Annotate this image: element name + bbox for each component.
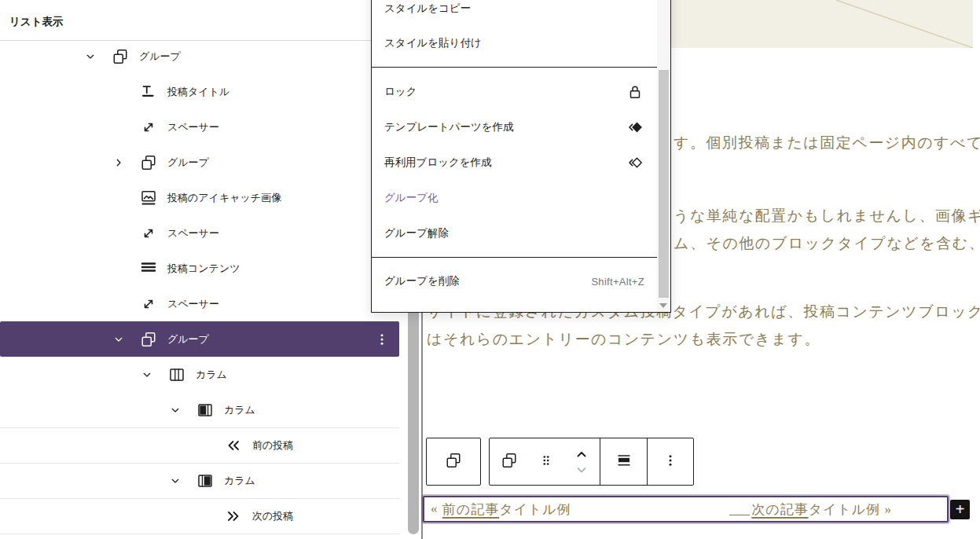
- group-block-button[interactable]: [490, 438, 529, 485]
- lock-icon: [626, 82, 644, 101]
- menu-divider: [372, 67, 657, 68]
- list-row-label: スペーサー: [167, 297, 219, 311]
- group-icon: [139, 330, 161, 349]
- list-view-row[interactable]: カラム: [0, 392, 399, 427]
- chevron-down-icon[interactable]: [81, 49, 100, 64]
- align-icon: [615, 451, 633, 473]
- menu-item[interactable]: ロック: [372, 74, 657, 109]
- block-options-button[interactable]: [647, 438, 693, 485]
- drag-icon: [537, 451, 556, 473]
- chevron-down-icon[interactable]: [138, 367, 156, 383]
- list-view-row[interactable]: グループ: [0, 321, 399, 357]
- menu-shortcut: Shift+Alt+Z: [591, 276, 644, 288]
- menu-item[interactable]: テンプレートパーツを作成: [372, 109, 657, 145]
- spacer-icon: [139, 118, 161, 137]
- menu-item-label: ロック: [384, 85, 417, 99]
- list-row-label: 投稿のアイキャッチ画像: [167, 191, 281, 205]
- canvas-paragraph-line[interactable]: す。個別投稿または固定ページ内のすべて: [674, 133, 980, 153]
- list-view-row[interactable]: グループ: [0, 38, 399, 74]
- menu-item-label: グループ解除: [384, 226, 449, 240]
- block-options-menu: スタイルをコピースタイルを貼り付けロックテンプレートパーツを作成再利用ブロックを…: [371, 0, 671, 313]
- list-view-panel: リスト表示 グループ投稿タイトルスペーサーグループ投稿のアイキャッチ画像スペーサ…: [0, 0, 399, 539]
- menu-item[interactable]: スタイルをコピー: [372, 0, 657, 26]
- add-block-button[interactable]: +: [950, 500, 970, 519]
- list-view-row[interactable]: スペーサー: [0, 109, 399, 145]
- list-row-label: カラム: [196, 368, 227, 382]
- list-view-row[interactable]: 次の投稿: [0, 498, 399, 534]
- post-title-icon: [139, 82, 161, 101]
- list-row-label: グループ: [167, 156, 209, 170]
- list-row-label: グループ: [167, 332, 209, 346]
- menu-item[interactable]: スタイルを貼り付け: [372, 26, 657, 60]
- menu-item-label: グループを削除: [384, 274, 460, 288]
- spacer-icon: [139, 224, 161, 243]
- next-post-icon: [224, 507, 246, 526]
- list-view-title: リスト表示: [9, 15, 63, 29]
- block-toolbar: [489, 438, 694, 486]
- menu-divider: [372, 257, 657, 258]
- group-icon: [444, 451, 463, 473]
- underline-lead: [729, 501, 750, 515]
- list-view-row[interactable]: 前の投稿: [0, 427, 399, 463]
- canvas-paragraph-line[interactable]: うな単純な配置かもしれませんし、画像ギ: [674, 206, 980, 226]
- list-row-label: カラム: [224, 474, 255, 488]
- list-view-row[interactable]: 投稿のアイキャッチ画像: [0, 180, 399, 215]
- previous-post-suffix: タイトル例: [499, 500, 571, 519]
- block-editor: す。個別投稿または固定ページ内のすべて うな単純な配置かもしれませんし、画像ギ …: [0, 0, 980, 539]
- list-row-label: スペーサー: [167, 226, 219, 240]
- row-options-icon[interactable]: [373, 330, 391, 349]
- menu-item[interactable]: グループ解除: [372, 215, 657, 251]
- list-row-divider: [0, 463, 399, 464]
- list-view-row[interactable]: スペーサー: [0, 286, 399, 321]
- template-part-icon: [626, 118, 644, 137]
- move-up-button[interactable]: [572, 446, 591, 462]
- column-right-icon: [196, 471, 218, 490]
- select-parent-group-button[interactable]: [426, 438, 481, 486]
- query-pagination-block[interactable]: « 前の記事タイトル例 次の記事タイトル例 »: [423, 496, 949, 522]
- list-view-row[interactable]: スペーサー: [0, 215, 399, 251]
- list-row-label: 次の投稿: [252, 509, 293, 523]
- prev-arrows-symbol: «: [431, 501, 439, 517]
- next-post-group: 次の記事タイトル例 »: [729, 500, 892, 519]
- group-icon: [139, 153, 161, 172]
- featured-image-icon: [139, 189, 161, 207]
- align-button[interactable]: [600, 438, 647, 485]
- list-view-row[interactable]: グループ: [0, 145, 399, 180]
- menu-item[interactable]: グループを削除Shift+Alt+Z: [372, 264, 657, 299]
- menu-item[interactable]: 再利用ブロックを作成: [372, 145, 657, 180]
- group-icon: [500, 451, 519, 473]
- drag-handle[interactable]: [529, 438, 563, 485]
- spacer-icon: [139, 295, 161, 314]
- list-view-row[interactable]: 投稿コンテンツ: [0, 251, 399, 286]
- chevron-down-icon[interactable]: [166, 473, 185, 489]
- list-view-row[interactable]: カラム: [0, 463, 399, 498]
- chevron-right-icon[interactable]: [109, 155, 128, 170]
- menu-item-label: スタイルを貼り付け: [384, 36, 482, 50]
- post-content-icon: [139, 259, 161, 278]
- canvas-paragraph-line[interactable]: はそれらのエントリーのコンテンツも表示できます。: [427, 329, 820, 350]
- group-icon: [111, 47, 133, 66]
- list-row-label: 投稿コンテンツ: [167, 262, 240, 276]
- prev-post-icon: [224, 436, 246, 455]
- chevron-down-icon[interactable]: [109, 332, 128, 347]
- list-row-label: グループ: [139, 50, 181, 64]
- list-row-label: 投稿タイトル: [167, 85, 229, 99]
- menu-item[interactable]: グループ化: [372, 180, 657, 215]
- next-post-suffix: タイトル例: [809, 502, 881, 517]
- list-row-label: スペーサー: [167, 120, 219, 134]
- list-row-label: カラム: [224, 403, 255, 417]
- menu-item-label: テンプレートパーツを作成: [384, 120, 514, 134]
- previous-post-link[interactable]: 前の記事: [442, 500, 499, 519]
- list-view-row[interactable]: 投稿タイトル: [0, 74, 399, 109]
- menu-item-label: スタイルをコピー: [384, 2, 471, 16]
- canvas-paragraph-line[interactable]: ム、その他のブロックタイプなどを含む、: [674, 233, 980, 254]
- chevron-down-icon[interactable]: [166, 402, 185, 418]
- move-down-button[interactable]: [572, 462, 591, 478]
- menu-scrollbar-thumb[interactable]: [659, 70, 669, 298]
- menu-item-label: 再利用ブロックを作成: [384, 156, 492, 170]
- ellipsis-icon: [661, 451, 680, 473]
- scroll-down-arrow-icon[interactable]: [659, 303, 667, 308]
- list-view-row[interactable]: カラム: [0, 357, 399, 392]
- menu-scrollbar[interactable]: [657, 0, 670, 312]
- next-post-link[interactable]: 次の記事: [751, 502, 808, 517]
